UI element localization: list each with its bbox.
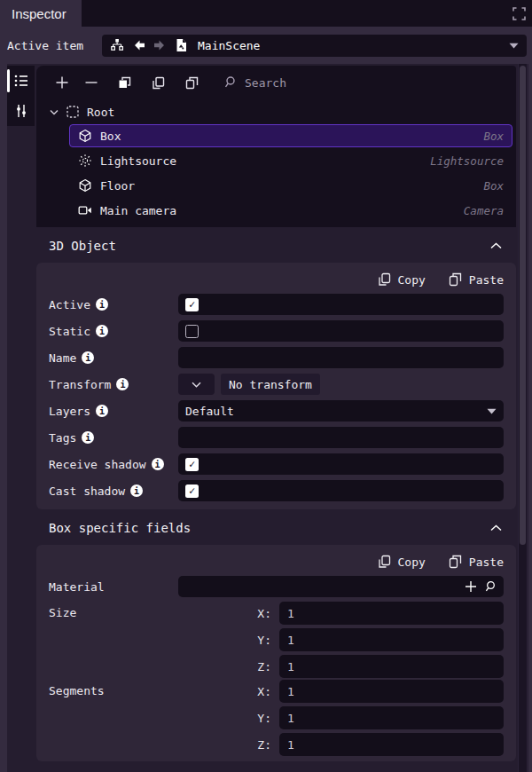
layers-selected-value: Default [185,405,234,418]
field-label: Transform [49,378,111,391]
field-label: Segments [49,680,178,756]
copy-entity-button[interactable] [151,75,166,91]
receive-shadow-checkbox[interactable]: ✓ [185,458,199,471]
active-item-row: Active item MainScene [0,27,532,64]
static-checkbox[interactable] [185,325,199,338]
field-size: Size X: Y: Z: [49,602,504,678]
copy-icon [378,272,391,287]
add-material-button[interactable] [465,580,477,593]
cube-icon [78,129,92,143]
copy-icon [378,555,391,569]
tree-node-main-camera[interactable]: Main camera Camera [69,199,512,222]
section-header-box-fields[interactable]: Box specific fields [36,509,516,545]
info-icon[interactable]: i [82,351,94,364]
active-item-selector[interactable]: MainScene [102,35,527,57]
field-label: Static [49,325,90,338]
chevron-up-icon[interactable] [490,524,502,532]
field-label: Size [49,602,178,678]
fullscreen-icon [512,7,526,20]
tree-node-label: Box [100,130,121,143]
segments-x-input[interactable] [287,685,496,698]
tab-inspector-label: Inspector [12,6,66,21]
tree-node-label: Lightsource [100,154,176,168]
tree-node-lightsource[interactable]: Lightsource Lightsource [69,149,512,172]
vertical-scrollbar[interactable] [518,64,528,772]
segments-z-input[interactable] [287,738,496,752]
section-body-3d-object: Copy Paste Activei ✓ Statici Namei [36,263,516,509]
scene-tree-panel: Root Box Box Light [36,66,516,227]
size-y-row: Y: [178,628,504,651]
active-checkbox-row[interactable]: ✓ [178,294,504,315]
field-label: Material [49,580,105,594]
tree-node-box[interactable]: Box Box [69,124,512,147]
info-icon[interactable]: i [152,458,164,470]
cast-shadow-checkbox[interactable]: ✓ [185,484,199,498]
search-input[interactable] [245,76,422,90]
size-z-input[interactable] [287,660,496,674]
paste-button[interactable]: Paste [449,272,504,287]
tree-node-root[interactable]: Root [36,99,516,124]
tree-node-type: Lightsource [430,154,504,168]
tree-node-floor[interactable]: Floor Box [69,174,512,197]
transform-dropdown-button[interactable] [178,374,215,395]
hierarchy-icon[interactable] [110,38,124,52]
material-input[interactable] [185,580,458,594]
remove-entity-button[interactable] [84,75,98,90]
tags-input[interactable] [185,431,497,445]
copy-button[interactable]: Copy [378,555,426,569]
material-input-row [178,576,504,597]
info-icon[interactable]: i [82,431,94,444]
info-icon[interactable]: i [96,405,108,417]
tree-node-type: Camera [464,204,504,217]
cast-shadow-checkbox-row[interactable]: ✓ [178,480,504,501]
axis-label: Z: [178,660,279,674]
size-y-input[interactable] [287,634,496,647]
scrollbar-thumb[interactable] [520,66,526,545]
duplicate-button[interactable] [117,75,132,91]
paste-icon [449,272,462,287]
sun-icon [78,154,92,168]
segments-y-input[interactable] [287,712,496,725]
active-scene-name: MainScene [198,39,260,52]
paste-entity-button[interactable] [184,75,200,91]
forward-arrow-icon[interactable] [153,39,167,51]
size-x-input[interactable] [287,607,496,620]
copy-button[interactable]: Copy [378,272,426,287]
add-entity-button[interactable] [55,75,69,90]
section-header-3d-object[interactable]: 3D Object [36,227,516,263]
static-checkbox-row[interactable] [178,320,504,342]
receive-shadow-checkbox-row[interactable]: ✓ [178,453,504,475]
section-body-box-fields: Copy Paste Material [36,545,516,761]
chevron-down-icon[interactable] [50,109,59,115]
tab-hierarchy-view[interactable] [7,66,35,96]
field-static: Statici [49,318,504,344]
tab-properties-view[interactable] [7,96,35,126]
paste-button[interactable]: Paste [449,555,504,569]
field-layers: Layersi Default [49,398,504,424]
field-label: Cast shadow [49,484,125,498]
scene-file-icon [175,38,188,52]
info-icon[interactable]: i [130,484,143,497]
info-icon[interactable]: i [96,325,108,337]
field-active: Activei ✓ [49,291,504,318]
list-icon [14,75,28,87]
section-actions: Copy Paste [49,268,504,291]
segments-z-row: Z: [178,733,504,756]
cube-icon [78,178,92,193]
info-icon[interactable]: i [116,378,129,390]
section-actions: Copy Paste [49,550,504,573]
fullscreen-button[interactable] [505,0,532,27]
search-material-button[interactable] [484,580,497,594]
tab-inspector[interactable]: Inspector [0,0,82,27]
axis-label: Y: [178,634,279,647]
tree-node-label: Floor [100,179,135,193]
paste-label: Paste [469,273,504,287]
layers-select[interactable]: Default [178,400,504,421]
chevron-up-icon[interactable] [490,242,502,249]
back-arrow-icon[interactable] [132,39,145,51]
active-item-dropdown-icon[interactable] [509,43,519,49]
active-checkbox[interactable]: ✓ [185,298,199,311]
name-input[interactable] [185,351,497,365]
field-label: Receive shadow [49,458,146,471]
info-icon[interactable]: i [96,298,108,311]
